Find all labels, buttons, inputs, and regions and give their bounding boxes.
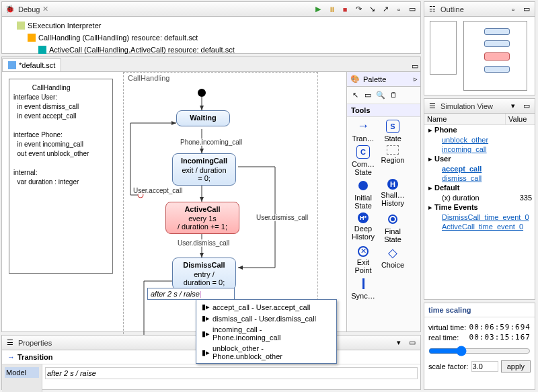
transition-label[interactable]: User.dismiss_call	[255, 214, 309, 221]
pal-choice[interactable]: ◇Choice	[379, 246, 406, 274]
stop-icon[interactable]: ■	[340, 4, 350, 15]
state-active[interactable]: ActiveCall every 1s / duration += 1;	[165, 202, 239, 234]
vt-label: virtual time:	[428, 323, 466, 331]
tools-header-label: Tools	[351, 106, 371, 114]
scale-slider[interactable]	[428, 346, 531, 356]
event-icon: ▮▸	[202, 329, 210, 338]
minimize-icon[interactable]: ▫	[393, 4, 404, 15]
transition-label[interactable]: User.dismiss_call	[176, 239, 231, 247]
minimize-icon[interactable]: ▫	[508, 4, 518, 15]
transition-label[interactable]: User.accept_call	[132, 187, 184, 194]
state-waiting[interactable]: Waiting	[176, 110, 230, 126]
pal-state[interactable]: SState	[379, 120, 406, 143]
resume-icon[interactable]: ▶	[313, 4, 323, 15]
sim-row[interactable]: accept_call	[424, 164, 535, 173]
tree-row[interactable]: ActiveCall (CallHandling.ActiveCall) res…	[6, 44, 416, 56]
interpreter-icon	[17, 22, 25, 30]
step-icon[interactable]: ↷	[353, 4, 364, 15]
props-tabs[interactable]: Model	[2, 364, 42, 392]
pal-composite[interactable]: CCom… State	[350, 145, 377, 176]
pal-transition[interactable]: →Tran…	[350, 120, 377, 143]
sim-title: Simulation View	[440, 102, 493, 110]
state-name: DismissCall	[178, 261, 230, 269]
state-body: exit / duration = 0;	[178, 166, 230, 182]
palette-title: Palette	[363, 75, 386, 83]
sim-row[interactable]: unblock_other	[424, 135, 535, 145]
tree-row[interactable]: CallHandling (CallHandling) resource: de…	[6, 32, 416, 44]
debug-icon: 🐞	[5, 4, 15, 15]
step-over-icon[interactable]: ↗	[380, 4, 391, 15]
maximize-icon[interactable]: ▭	[407, 338, 418, 348]
scale-input[interactable]	[471, 361, 498, 372]
debug-tree[interactable]: SExecution Interpreter CallHandling (Cal…	[2, 17, 420, 58]
sim-columns: Name Value	[424, 114, 535, 125]
tree-row[interactable]: SExecution Interpreter	[6, 19, 416, 32]
maximize-icon[interactable]: ▭	[407, 4, 418, 15]
pal-exit[interactable]: ✕Exit Point	[350, 246, 377, 274]
transition-edit-box[interactable]: after 2 s / raise|	[147, 288, 235, 300]
event-icon: ▮▸	[202, 314, 210, 323]
maximize-icon[interactable]: ▭	[521, 4, 532, 15]
rt-label: real time:	[428, 334, 459, 342]
exit-icon: ✕	[358, 246, 369, 257]
initial-state[interactable]	[198, 89, 206, 97]
props-tab-model[interactable]: Model	[5, 367, 39, 378]
outline-header: ☷ Outline ▫ ▭	[424, 2, 535, 17]
thumb-state	[484, 28, 510, 35]
pal-region[interactable]: Region	[379, 145, 406, 176]
sim-row[interactable]: incoming_call	[424, 145, 535, 154]
state-dismiss[interactable]: DismissCall entry / duration = 0;	[172, 258, 236, 290]
popup-item[interactable]: ▮▸incoming_call - Phone.incoming_call	[198, 324, 335, 343]
transition-label[interactable]: Phone.incoming_call	[179, 139, 243, 146]
zoom-icon[interactable]: 🔍	[375, 90, 386, 101]
sim-row[interactable]: dismiss_call	[424, 173, 535, 183]
transition-expr-input[interactable]	[45, 367, 418, 379]
sim-row[interactable]: DismissCall_time_event_0	[424, 212, 535, 222]
chevron-icon[interactable]: ▹	[414, 75, 418, 83]
apply-button[interactable]: apply	[501, 360, 531, 373]
popup-item[interactable]: ▮▸dismiss_call - User.dismiss_call	[198, 313, 335, 324]
tools-header[interactable]: Tools	[347, 104, 420, 117]
maximize-icon[interactable]: ▭	[521, 101, 532, 112]
diagram-canvas[interactable]: CallHandling interface User: in event di…	[2, 72, 420, 331]
tree-label: SExecution Interpreter	[28, 20, 101, 31]
sim-row[interactable]: (x) duration335	[424, 193, 535, 202]
sim-row[interactable]: ▸ User	[424, 154, 535, 164]
marquee-icon[interactable]: ▭	[362, 90, 373, 101]
outline-view: ☷ Outline ▫ ▭	[424, 1, 535, 95]
editor-tab[interactable]: *default.sct	[2, 58, 61, 71]
tree-label: CallHandling (CallHandling) resource: de…	[38, 32, 198, 43]
maximize-icon[interactable]: ▭	[410, 61, 420, 71]
popup-item[interactable]: ▮▸accept_call - User.accept_call	[198, 301, 335, 313]
simulation-view: ☰ Simulation View ▾ ▭ Name Value ▸ Phone…	[424, 98, 535, 300]
interface-box[interactable]: CallHandling interface User: in event di…	[9, 79, 113, 274]
pal-sync[interactable]: Sync…	[350, 277, 377, 300]
pal-initial[interactable]: Initial State	[350, 179, 377, 210]
debug-header: 🐞 Debug ✕ ▶ ⏸ ■ ↷ ↘ ↗ ▫ ▭	[2, 2, 420, 17]
pal-deep[interactable]: H*Deep History	[350, 212, 377, 243]
pal-final[interactable]: Final State	[379, 212, 406, 243]
select-icon[interactable]: ↖	[350, 90, 360, 101]
state-incoming[interactable]: IncomingCall exit / duration = 0;	[172, 153, 236, 186]
note-icon[interactable]: 🗒	[388, 89, 399, 100]
step-into-icon[interactable]: ↘	[367, 4, 377, 15]
sim-row[interactable]: ActiveCall_time_event_0	[424, 222, 535, 231]
sim-row[interactable]: ▸ Phone	[424, 125, 535, 135]
popup-item[interactable]: ▮▸unblock_other - Phone.unblock_other	[198, 343, 335, 362]
sim-row[interactable]: ▸ Default	[424, 183, 535, 193]
close-x[interactable]: ✕	[42, 5, 48, 13]
pal-shallow[interactable]: HShall… History	[379, 179, 406, 210]
outline-canvas[interactable]	[424, 17, 535, 95]
pause-icon[interactable]: ⏸	[326, 4, 337, 15]
state-body: every 1s / duration += 1;	[171, 214, 233, 231]
thumb-state	[484, 66, 510, 73]
sim-tree[interactable]: ▸ Phoneunblock_otherincoming_call▸ Usera…	[424, 125, 535, 231]
menu-icon[interactable]: ▾	[508, 101, 518, 112]
tree-label: ActiveCall (CallHandling.ActiveCall) res…	[49, 44, 235, 55]
autocomplete-popup[interactable]: ▮▸accept_call - User.accept_call ▮▸dismi…	[196, 299, 337, 364]
region-icon	[387, 145, 399, 155]
menu-icon[interactable]: ▾	[393, 338, 404, 348]
palette: 🎨 Palette ▹ ↖ ▭ 🔍 🗒 Tools →Tran… SState …	[346, 72, 420, 331]
sim-icon: ☰	[427, 101, 438, 112]
sim-row[interactable]: ▸ Time Events	[424, 202, 535, 212]
